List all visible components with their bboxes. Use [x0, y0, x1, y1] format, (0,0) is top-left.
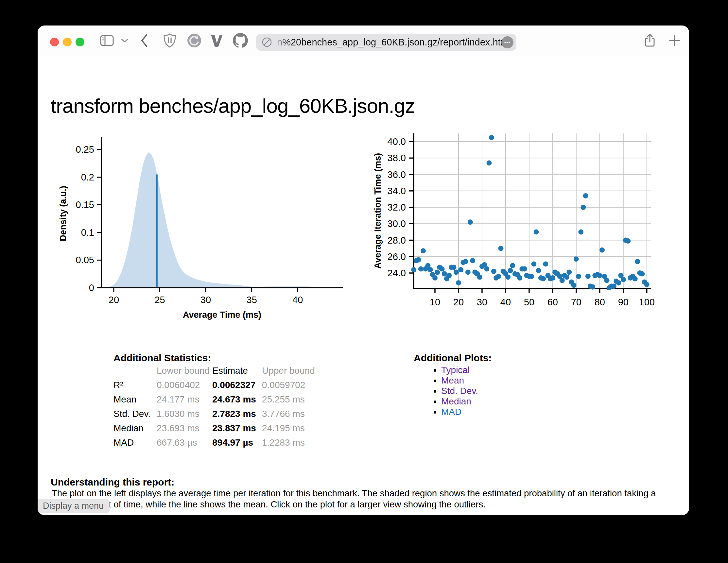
back-button[interactable] — [136, 26, 152, 56]
github-icon — [233, 33, 248, 48]
svg-text:35: 35 — [247, 294, 257, 305]
density-axes: 202530354000.050.10.150.20.25Average Tim… — [58, 137, 343, 320]
understanding-paragraph: The plot on the left displays the averag… — [52, 488, 680, 510]
svg-text:20: 20 — [109, 294, 119, 305]
svg-text:0.15: 0.15 — [76, 200, 94, 210]
sidebar-toggle-button[interactable] — [99, 26, 115, 56]
row-label: Std. Dev. — [113, 407, 157, 421]
new-tab-button[interactable] — [666, 26, 683, 56]
cell-lower: 667.63 µs — [157, 435, 212, 450]
density-area — [106, 152, 319, 288]
svg-text:36.0: 36.0 — [388, 169, 406, 180]
svg-text:32.0: 32.0 — [388, 202, 406, 213]
cell-upper: 0.0059702 — [262, 378, 320, 392]
list-item: MAD — [441, 407, 478, 417]
zoom-button[interactable] — [76, 38, 84, 46]
density-plot[interactable]: 202530354000.050.10.150.20.25Average Tim… — [49, 128, 350, 324]
extension-vimium-button[interactable] — [209, 26, 225, 56]
svg-text:0.2: 0.2 — [81, 172, 94, 183]
sidebar-expand-button[interactable] — [119, 26, 130, 56]
cell-upper: 24.195 ms — [262, 421, 320, 435]
stats-corner — [113, 363, 157, 378]
svg-text:26.0: 26.0 — [388, 252, 406, 262]
address-bar[interactable]: n%20benches_app_log_60KB.json.gz/report/… — [256, 34, 516, 51]
stats-heading: Additional Statistics: — [113, 352, 211, 363]
link-mad[interactable]: MAD — [441, 407, 461, 417]
col-estimate: Estimate — [212, 363, 262, 378]
desktop: { "browser": { "url_visible": "n%20bench… — [0, 0, 728, 563]
cell-upper: 3.7766 ms — [262, 407, 320, 421]
svg-text:60: 60 — [547, 297, 558, 307]
page-content: transform benches/app_log_60KB.json.gz 2… — [38, 56, 689, 515]
shield-pause-icon — [163, 33, 176, 48]
cell-lower: 1.6030 ms — [157, 407, 212, 421]
row-label: MAD — [113, 435, 157, 450]
link-median[interactable]: Median — [441, 396, 471, 406]
svg-text:30: 30 — [200, 294, 211, 305]
toolbar-divider — [117, 34, 117, 47]
share-button[interactable] — [641, 26, 658, 56]
close-button[interactable] — [50, 38, 59, 46]
browser-window: n%20benches_app_log_60KB.json.gz/report/… — [38, 26, 689, 515]
svg-text:34.0: 34.0 — [388, 186, 406, 196]
svg-text:24.0: 24.0 — [388, 268, 406, 278]
link-typical[interactable]: Typical — [441, 365, 470, 375]
svg-text:40.0: 40.0 — [388, 136, 406, 147]
cell-estimate: 2.7823 ms — [212, 407, 262, 421]
traffic-lights — [50, 38, 84, 46]
row-label: Mean — [113, 392, 157, 407]
cell-estimate: 0.0062327 — [212, 378, 262, 392]
cell-lower: 24.177 ms — [157, 392, 212, 407]
cell-upper: 25.255 ms — [262, 392, 320, 407]
iteration-times-plot[interactable]: 10203040506070809010024.026.028.030.032.… — [373, 124, 670, 320]
svg-text:10: 10 — [430, 297, 440, 307]
new-tab-icon — [669, 35, 680, 46]
extension-github-button[interactable] — [231, 26, 250, 56]
col-lower-bound: Lower bound — [157, 363, 212, 378]
cell-lower: 23.693 ms — [157, 421, 212, 435]
svg-text:25: 25 — [154, 294, 165, 305]
status-tooltip: Display a menu — [38, 499, 110, 513]
minimize-button[interactable] — [63, 38, 72, 46]
cell-upper: 1.2283 ms — [262, 435, 320, 450]
svg-text:0.05: 0.05 — [76, 255, 94, 265]
svg-text:28.0: 28.0 — [388, 235, 406, 246]
svg-text:Average Iteration Time (ms): Average Iteration Time (ms) — [373, 153, 383, 269]
back-icon — [140, 34, 148, 47]
refresh-circle-icon — [187, 33, 202, 48]
row-label: Median — [113, 421, 157, 435]
svg-text:40: 40 — [500, 297, 511, 307]
more-icon[interactable]: ••• — [501, 36, 513, 48]
svg-text:90: 90 — [618, 297, 629, 307]
svg-text:0.25: 0.25 — [76, 144, 94, 155]
svg-text:Density (a.u.): Density (a.u.) — [58, 186, 68, 241]
link-std-dev[interactable]: Std. Dev. — [441, 386, 478, 396]
page-title: transform benches/app_log_60KB.json.gz — [51, 94, 415, 117]
svg-text:80: 80 — [595, 297, 605, 307]
list-item: Std. Dev. — [441, 386, 478, 396]
svg-text:0.1: 0.1 — [81, 227, 94, 238]
extension-refresh-button[interactable] — [185, 26, 203, 56]
svg-text:30: 30 — [477, 297, 487, 307]
additional-plots-list: Typical Mean Std. Dev. Median MAD — [414, 365, 478, 417]
cell-lower: 0.0060402 — [157, 378, 212, 392]
svg-text:Average Time (ms): Average Time (ms) — [183, 310, 261, 320]
stats-table: Lower bound Estimate Upper bound R² 0.00… — [113, 363, 320, 450]
link-mean[interactable]: Mean — [441, 375, 464, 385]
row-label: R² — [113, 378, 157, 392]
list-item: Median — [441, 396, 478, 407]
share-icon — [644, 33, 656, 48]
vimium-icon — [210, 33, 223, 48]
svg-text:50: 50 — [524, 297, 534, 307]
svg-text:30.0: 30.0 — [388, 219, 406, 229]
col-upper-bound: Upper bound — [262, 363, 320, 378]
compass-icon — [261, 37, 272, 48]
svg-text:70: 70 — [571, 297, 581, 307]
sidebar-icon — [100, 35, 114, 46]
svg-text:40: 40 — [292, 294, 303, 305]
svg-text:20: 20 — [453, 297, 464, 307]
content-blocker-button[interactable] — [161, 26, 178, 56]
scatter-axes: 10203040506070809010024.026.028.030.032.… — [373, 133, 655, 307]
cell-estimate: 24.673 ms — [212, 392, 262, 407]
svg-text:100: 100 — [639, 297, 655, 307]
